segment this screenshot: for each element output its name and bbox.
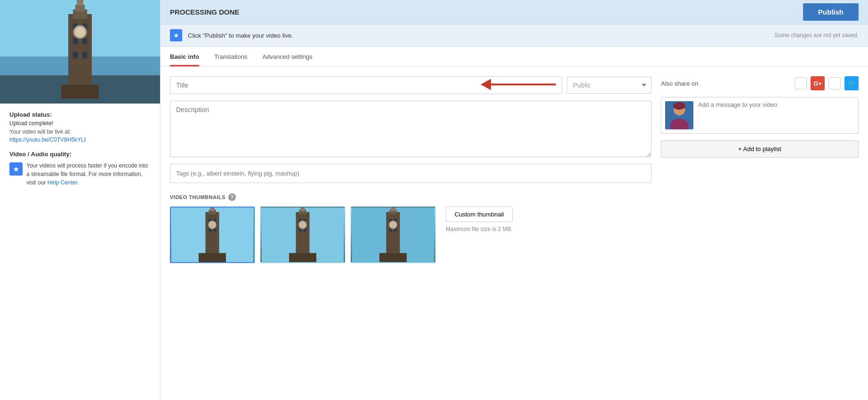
message-textarea[interactable]	[698, 101, 854, 129]
user-avatar	[665, 101, 693, 129]
red-arrow-annotation	[481, 76, 556, 95]
twitter-checkbox[interactable]	[828, 77, 841, 89]
tags-input[interactable]	[170, 164, 651, 183]
visibility-container: Public Unlisted Private	[567, 77, 651, 94]
google-plus-button[interactable]: G+	[811, 76, 825, 90]
tab-basic-info[interactable]: Basic info	[170, 47, 199, 66]
description-textarea[interactable]	[170, 101, 651, 157]
svg-rect-9	[73, 38, 78, 44]
svg-rect-40	[386, 212, 400, 258]
sidebar: Upload status: Upload complete! Your vid…	[0, 0, 160, 400]
right-panel: Also share on G+ 🐦	[661, 76, 859, 391]
max-file-size-text: Maximum file size is 2 MB.	[446, 226, 513, 232]
svg-point-37	[298, 221, 306, 229]
thumbnails-help-icon[interactable]: ?	[228, 193, 236, 201]
title-row: Public Unlisted Private	[170, 76, 651, 94]
thumbnails-title: VIDEO THUMBNAILS ?	[170, 193, 651, 201]
thumbnails-section: VIDEO THUMBNAILS ?	[170, 193, 651, 263]
notice-text: Click "Publish" to make your video live.	[188, 32, 293, 39]
thumbnail-grid: Custom thumbnail Maximum file size is 2 …	[170, 207, 651, 263]
tab-translations[interactable]: Translations	[214, 47, 247, 66]
quality-description: Your videos will process faster if you e…	[26, 161, 151, 187]
thumbnail-actions: Custom thumbnail Maximum file size is 2 …	[446, 207, 513, 232]
main-content: PROCESSING DONE Publish ★ Click "Publish…	[160, 0, 868, 400]
svg-rect-11	[73, 52, 78, 58]
add-to-playlist-button[interactable]: + Add to playlist	[661, 140, 859, 158]
quality-title: Video / Audio quality:	[9, 151, 151, 158]
tab-advanced-settings[interactable]: Advanced settings	[262, 47, 312, 66]
left-form: Public Unlisted Private VIDEO THUMBNAILS	[170, 76, 651, 391]
video-preview-thumbnail	[0, 0, 160, 104]
svg-rect-10	[82, 38, 87, 44]
svg-rect-38	[289, 253, 316, 262]
svg-point-47	[389, 221, 397, 229]
quality-section: Video / Audio quality: ★ Your videos wil…	[9, 151, 151, 187]
tabs-bar: Basic info Translations Advanced setting…	[161, 47, 868, 67]
top-bar: PROCESSING DONE Publish	[161, 0, 868, 24]
notice-star-icon: ★	[173, 32, 179, 39]
thumbnail-item-3[interactable]	[351, 207, 435, 263]
sidebar-info: Upload status: Upload complete! Your vid…	[0, 104, 160, 194]
svg-rect-20	[206, 212, 219, 258]
publish-button[interactable]: Publish	[803, 3, 859, 21]
processing-done-label: PROCESSING DONE	[170, 8, 240, 16]
svg-point-53	[673, 102, 685, 110]
svg-rect-32	[300, 208, 305, 211]
svg-rect-28	[199, 253, 226, 262]
svg-rect-5	[75, 5, 85, 12]
svg-rect-42	[391, 208, 395, 211]
svg-point-27	[208, 221, 216, 229]
notice-bar: ★ Click "Publish" to make your video liv…	[161, 24, 868, 47]
twitter-icon: 🐦	[848, 80, 856, 87]
svg-point-14	[75, 27, 85, 37]
message-row	[661, 97, 859, 134]
quality-box: ★ Your videos will process faster if you…	[9, 161, 151, 187]
svg-rect-12	[82, 52, 87, 58]
notice-star-badge: ★	[170, 29, 182, 41]
svg-rect-48	[379, 253, 407, 262]
thumbnail-item-2[interactable]	[260, 207, 345, 263]
unsaved-changes-text: Some changes are not yet saved.	[774, 32, 859, 39]
google-checkbox[interactable]	[795, 77, 807, 89]
help-center-link[interactable]: Help Center.	[48, 179, 79, 186]
visibility-select[interactable]: Public Unlisted Private	[567, 77, 651, 94]
form-content: Public Unlisted Private VIDEO THUMBNAILS	[161, 67, 868, 400]
twitter-button[interactable]: 🐦	[844, 76, 859, 90]
svg-rect-16	[61, 85, 99, 99]
video-live-label: Your video will be live at:	[9, 128, 151, 135]
svg-rect-22	[210, 208, 215, 211]
also-share-row: Also share on G+ 🐦	[661, 76, 859, 90]
also-share-label: Also share on	[661, 80, 791, 87]
quality-star-badge: ★	[9, 162, 23, 176]
google-plus-icon: G+	[813, 80, 822, 87]
thumbnail-item-1[interactable]	[170, 207, 255, 263]
svg-rect-30	[296, 212, 310, 258]
star-icon: ★	[13, 165, 19, 174]
svg-marker-18	[481, 79, 491, 90]
upload-complete-text: Upload complete!	[9, 120, 151, 127]
video-link[interactable]: https://youtu.be/C0TV8H5kYLI	[9, 136, 86, 143]
svg-rect-6	[77, 0, 83, 6]
custom-thumbnail-button[interactable]: Custom thumbnail	[446, 207, 513, 222]
upload-status-title: Upload status:	[9, 111, 151, 118]
